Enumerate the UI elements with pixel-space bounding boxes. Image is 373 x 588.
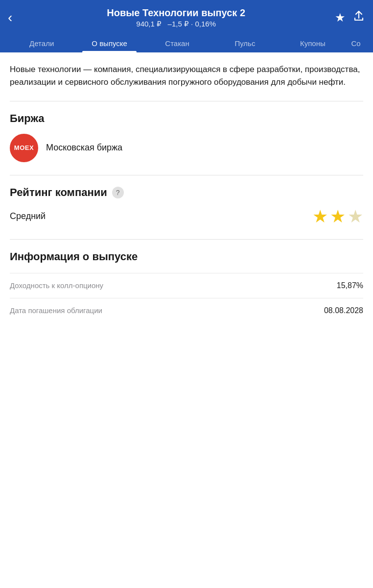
rating-header: Рейтинг компании ? [10, 186, 363, 199]
company-description: Новые технологии — компания, специализир… [10, 63, 363, 89]
info-row-0: Доходность к колл-опциону 15,87% [10, 273, 363, 298]
header-top: ‹ Новые Технологии выпуск 2 940,1 ₽ –1,5… [8, 7, 365, 28]
rating-label: Средний [10, 211, 46, 221]
divider-1 [10, 101, 363, 101]
exchange-row: MOEX Московская биржа [10, 134, 363, 162]
info-row-1: Дата погашения облигации 08.08.2028 [10, 298, 363, 323]
divider-3 [10, 239, 363, 240]
price-change: –1,5 ₽ · 0,16% [168, 20, 216, 28]
help-icon[interactable]: ? [112, 187, 124, 198]
favorite-icon[interactable]: ★ [335, 11, 346, 24]
exchange-name: Московская биржа [46, 143, 122, 153]
header-actions: ★ [335, 10, 365, 25]
exchange-section-title: Биржа [10, 112, 363, 125]
header-title-block: Новые Технологии выпуск 2 940,1 ₽ –1,5 ₽… [17, 7, 335, 28]
exchange-section: Биржа MOEX Московская биржа [10, 112, 363, 162]
header-price-change: 940,1 ₽ –1,5 ₽ · 0,16% [17, 20, 335, 28]
info-value-0: 15,87% [337, 281, 363, 290]
rating-section: Рейтинг компании ? Средний ★ ★ ★ [10, 186, 363, 225]
star-rating: ★ ★ ★ [312, 208, 363, 225]
price: 940,1 ₽ [136, 20, 162, 28]
info-label-1: Дата погашения облигации [10, 306, 102, 315]
header: ‹ Новые Технологии выпуск 2 940,1 ₽ –1,5… [0, 0, 373, 52]
tab-bar: Детали О выпуске Стакан Пульс Купоны Co [8, 33, 365, 52]
star-2: ★ [330, 208, 346, 225]
moex-logo-text: MOEX [14, 144, 34, 151]
rating-title: Рейтинг компании [10, 186, 107, 199]
tab-co[interactable]: Co [347, 33, 365, 52]
rating-row: Средний ★ ★ ★ [10, 208, 363, 225]
share-icon[interactable] [352, 10, 365, 25]
star-3: ★ [348, 208, 363, 225]
tab-pulse[interactable]: Пульс [211, 33, 279, 52]
divider-2 [10, 175, 363, 175]
back-button[interactable]: ‹ [8, 9, 17, 26]
page-title: Новые Технологии выпуск 2 [17, 7, 335, 19]
tab-details[interactable]: Детали [8, 33, 75, 52]
tab-glass[interactable]: Стакан [143, 33, 211, 52]
info-label-0: Доходность к колл-опциону [10, 281, 103, 290]
info-section: Информация о выпуске Доходность к колл-о… [10, 250, 363, 323]
tab-coupons[interactable]: Купоны [279, 33, 347, 52]
info-value-1: 08.08.2028 [324, 306, 363, 315]
moex-logo: MOEX [10, 134, 38, 162]
main-content: Новые технологии — компания, специализир… [0, 52, 373, 323]
info-section-title: Информация о выпуске [10, 250, 363, 263]
tab-about[interactable]: О выпуске [75, 33, 143, 52]
star-1: ★ [312, 208, 328, 225]
